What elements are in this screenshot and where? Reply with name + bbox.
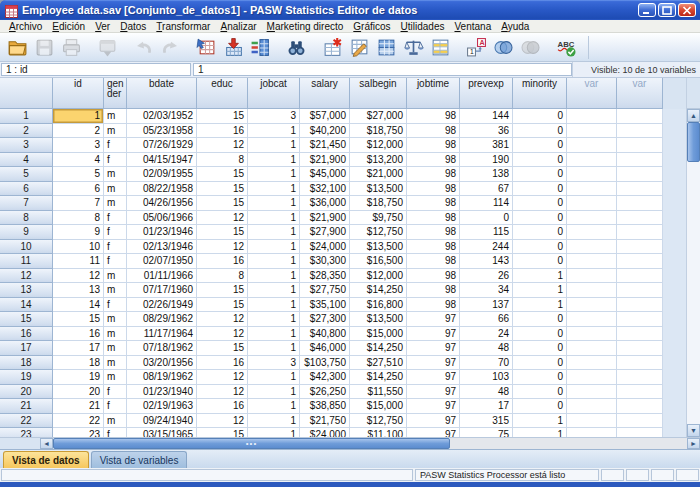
data-cell[interactable]: 98 (407, 240, 460, 255)
data-cell[interactable] (617, 341, 663, 356)
data-cell[interactable]: 23 (53, 428, 104, 437)
data-cell[interactable]: 0 (513, 327, 567, 342)
use-variable-sets-button[interactable] (490, 35, 516, 60)
row-number[interactable]: 23 (0, 428, 53, 437)
data-cell[interactable]: m (104, 327, 127, 342)
data-cell[interactable]: 02/03/1952 (127, 109, 197, 124)
column-header-id[interactable]: id (53, 78, 104, 109)
data-cell[interactable] (567, 138, 617, 153)
data-cell[interactable]: 1 (248, 428, 300, 437)
column-header-bdate[interactable]: bdate (127, 78, 197, 109)
data-cell[interactable]: 0 (513, 225, 567, 240)
horizontal-scroll-track[interactable] (450, 438, 687, 449)
data-cell[interactable]: m (104, 312, 127, 327)
data-cell[interactable] (617, 124, 663, 139)
data-cell[interactable]: $27,900 (300, 225, 350, 240)
row-number[interactable]: 22 (0, 414, 53, 429)
data-cell[interactable]: $40,200 (300, 124, 350, 139)
data-cell[interactable]: $27,300 (300, 312, 350, 327)
column-header-var-11[interactable]: var (617, 78, 663, 109)
data-cell[interactable]: $12,750 (350, 414, 407, 429)
data-cell[interactable] (617, 414, 663, 429)
row-number[interactable]: 19 (0, 370, 53, 385)
data-cell[interactable]: 115 (460, 225, 513, 240)
data-cell[interactable]: $27,510 (350, 356, 407, 371)
scroll-down-icon[interactable]: ▼ (687, 424, 700, 437)
column-header-jobtime[interactable]: jobtime (407, 78, 460, 109)
data-cell[interactable]: 66 (460, 312, 513, 327)
data-cell[interactable]: 05/23/1958 (127, 124, 197, 139)
data-cell[interactable]: 18 (53, 356, 104, 371)
data-cell[interactable]: 02/07/1950 (127, 254, 197, 269)
data-cell[interactable]: $11,550 (350, 385, 407, 400)
data-cell[interactable]: 07/17/1960 (127, 283, 197, 298)
data-cell[interactable]: 97 (407, 414, 460, 429)
data-cell[interactable] (617, 254, 663, 269)
data-cell[interactable]: 12 (197, 138, 248, 153)
data-cell[interactable]: 16 (197, 356, 248, 371)
data-cell[interactable]: 16 (197, 399, 248, 414)
data-cell[interactable]: 20 (53, 385, 104, 400)
data-cell[interactable]: f (104, 211, 127, 226)
data-cell[interactable]: 0 (513, 124, 567, 139)
data-cell[interactable] (567, 153, 617, 168)
data-cell[interactable]: 0 (513, 182, 567, 197)
data-cell[interactable]: f (104, 298, 127, 313)
column-header-salary[interactable]: salary (300, 78, 350, 109)
data-cell[interactable] (617, 182, 663, 197)
data-cell[interactable]: 97 (407, 356, 460, 371)
data-cell[interactable] (617, 327, 663, 342)
data-cell[interactable]: 103 (460, 370, 513, 385)
data-cell[interactable]: 0 (513, 312, 567, 327)
data-cell[interactable] (617, 399, 663, 414)
select-cases-button[interactable] (427, 35, 453, 60)
data-cell[interactable]: 01/23/1946 (127, 225, 197, 240)
data-cell[interactable]: 97 (407, 341, 460, 356)
data-cell[interactable]: $21,000 (350, 167, 407, 182)
data-cell[interactable]: m (104, 182, 127, 197)
data-cell[interactable]: 1 (513, 298, 567, 313)
column-header-var-10[interactable]: var (567, 78, 617, 109)
data-cell[interactable]: 143 (460, 254, 513, 269)
data-cell[interactable]: 11 (53, 254, 104, 269)
data-cell[interactable] (617, 225, 663, 240)
data-cell[interactable]: 08/22/1958 (127, 182, 197, 197)
data-cell[interactable]: 98 (407, 298, 460, 313)
data-cell[interactable]: 144 (460, 109, 513, 124)
scroll-left-icon[interactable]: ◄ (40, 438, 53, 449)
data-cell[interactable] (567, 124, 617, 139)
data-cell[interactable]: 02/13/1946 (127, 240, 197, 255)
data-cell[interactable]: 0 (513, 109, 567, 124)
data-cell[interactable]: 0 (513, 167, 567, 182)
spell-check-button[interactable]: ABC (553, 35, 579, 60)
data-cell[interactable]: $9,750 (350, 211, 407, 226)
data-cell[interactable]: 1 (248, 269, 300, 284)
data-cell[interactable]: 12 (197, 211, 248, 226)
data-cell[interactable]: f (104, 428, 127, 437)
data-cell[interactable]: 12 (197, 312, 248, 327)
menu-marketing-directo[interactable]: Marketing directo (262, 21, 349, 32)
horizontal-scroll-thumb[interactable]: ••• (53, 438, 450, 449)
data-cell[interactable]: 1 (248, 182, 300, 197)
data-cell[interactable]: $11,100 (350, 428, 407, 437)
row-number[interactable]: 2 (0, 124, 53, 139)
data-cell[interactable]: 97 (407, 399, 460, 414)
data-cell[interactable]: 315 (460, 414, 513, 429)
data-cell[interactable]: 13 (53, 283, 104, 298)
data-cell[interactable]: 1 (513, 269, 567, 284)
data-cell[interactable]: f (104, 254, 127, 269)
column-header-jobcat[interactable]: jobcat (248, 78, 300, 109)
data-cell[interactable]: 07/26/1929 (127, 138, 197, 153)
data-cell[interactable] (617, 269, 663, 284)
data-cell[interactable]: 34 (460, 283, 513, 298)
data-cell[interactable]: 98 (407, 196, 460, 211)
data-cell[interactable]: 3 (248, 356, 300, 371)
find-button[interactable] (283, 35, 309, 60)
data-cell[interactable]: 1 (248, 254, 300, 269)
data-cell[interactable] (617, 153, 663, 168)
data-cell[interactable]: 98 (407, 182, 460, 197)
data-cell[interactable]: 1 (513, 414, 567, 429)
data-cell[interactable]: m (104, 109, 127, 124)
data-cell[interactable] (617, 196, 663, 211)
data-cell[interactable]: $18,750 (350, 124, 407, 139)
